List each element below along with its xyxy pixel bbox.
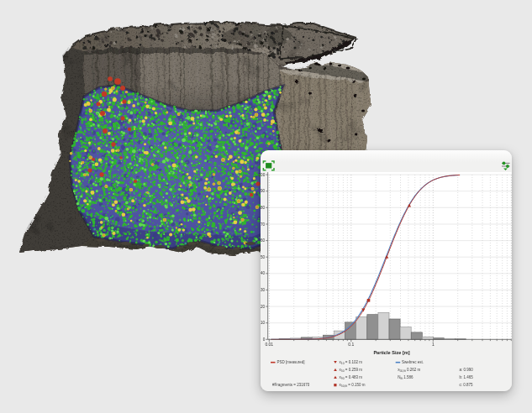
svg-text:x50,fit = 0.150 m: x50,fit = 0.150 m <box>340 383 366 388</box>
svg-text:30: 30 <box>261 288 266 292</box>
svg-text:PSD [measured]: PSD [measured] <box>277 360 305 364</box>
svg-text:1: 1 <box>432 342 435 347</box>
svg-text:Particle Size [m]: Particle Size [m] <box>373 350 409 355</box>
svg-text:10: 10 <box>261 321 266 325</box>
svg-text:a: 0.990: a: 0.990 <box>460 368 474 372</box>
svg-text:Nfit 1.586: Nfit 1.586 <box>398 375 413 380</box>
svg-text:c: 0.875: c: 0.875 <box>460 383 474 387</box>
svg-text:x50,fit 0.262 m: x50,fit 0.262 m <box>398 368 420 373</box>
svg-text:Swebrec est.: Swebrec est. <box>402 360 424 364</box>
svg-text:90: 90 <box>261 189 266 193</box>
svg-text:80: 80 <box>261 206 266 210</box>
svg-text:x10 = 0.102 m: x10 = 0.102 m <box>340 360 363 365</box>
svg-text:0.1: 0.1 <box>348 342 354 347</box>
svg-text:20: 20 <box>261 305 266 309</box>
svg-text:40: 40 <box>261 271 266 275</box>
svg-text:50: 50 <box>261 255 266 259</box>
svg-text:100: 100 <box>259 173 266 177</box>
svg-text:x90 = 0.483 m: x90 = 0.483 m <box>340 375 363 380</box>
svg-text:0.01: 0.01 <box>265 342 273 347</box>
svg-text:b: 1.465: b: 1.465 <box>460 375 474 379</box>
svg-text:#Fragments = 231670: #Fragments = 231670 <box>272 383 310 387</box>
svg-text:x50 = 0.259 m: x50 = 0.259 m <box>340 368 363 373</box>
svg-text:70: 70 <box>261 222 266 227</box>
svg-text:60: 60 <box>261 238 266 243</box>
